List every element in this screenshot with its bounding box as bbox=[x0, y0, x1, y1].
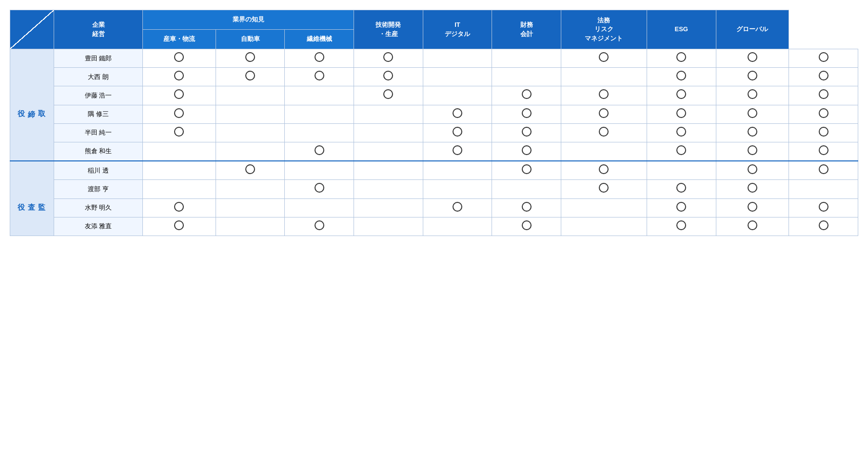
skills-matrix-table: 企業経営 業界の知見 技術開発・生産 ITデジタル 財務会計 法務リスクマネジメ… bbox=[10, 10, 858, 236]
skill-circle bbox=[819, 108, 829, 118]
skill-circle bbox=[676, 89, 686, 99]
skill-cell-0-3-0 bbox=[143, 105, 216, 123]
skill-cell-1-0-7 bbox=[647, 161, 716, 180]
skill-cell-0-2-3 bbox=[354, 86, 423, 105]
group-label-0: 取締役 bbox=[10, 49, 54, 161]
skill-circle bbox=[676, 183, 686, 193]
skill-circle bbox=[819, 127, 829, 137]
skill-cell-1-3-8 bbox=[716, 217, 789, 236]
skill-cell-0-4-3 bbox=[354, 123, 423, 142]
skill-cell-1-1-2 bbox=[285, 180, 354, 198]
skill-cell-1-0-3 bbox=[354, 161, 423, 180]
director-name: 半田 純一 bbox=[54, 123, 143, 142]
skill-cell-1-0-2 bbox=[285, 161, 354, 180]
skill-cell-1-1-7 bbox=[647, 180, 716, 198]
skill-cell-0-3-6 bbox=[561, 105, 647, 123]
skill-circle bbox=[599, 52, 609, 62]
skill-cell-0-0-0 bbox=[143, 49, 216, 68]
skill-cell-0-1-5 bbox=[492, 68, 561, 86]
header-sansha: 産車・物流 bbox=[143, 30, 216, 49]
skill-cell-0-4-9 bbox=[789, 123, 858, 142]
skill-circle bbox=[315, 145, 324, 155]
skill-cell-1-2-7 bbox=[647, 198, 716, 217]
skill-circle bbox=[522, 220, 532, 230]
skill-circle bbox=[676, 127, 686, 137]
skill-circle bbox=[245, 52, 255, 62]
director-name: 水野 明久 bbox=[54, 198, 143, 217]
skill-cell-0-5-5 bbox=[492, 142, 561, 161]
skill-cell-0-5-7 bbox=[647, 142, 716, 161]
director-name: 大西 朗 bbox=[54, 68, 143, 86]
skill-cell-0-2-5 bbox=[492, 86, 561, 105]
skill-circle bbox=[383, 52, 393, 62]
skill-cell-1-3-0 bbox=[143, 217, 216, 236]
skill-cell-0-4-7 bbox=[647, 123, 716, 142]
skill-cell-0-3-1 bbox=[216, 105, 285, 123]
skill-cell-0-0-9 bbox=[789, 49, 858, 68]
skill-cell-1-3-7 bbox=[647, 217, 716, 236]
group-label-1: 監査役 bbox=[10, 161, 54, 236]
skill-circle bbox=[315, 220, 324, 230]
skill-cell-1-2-2 bbox=[285, 198, 354, 217]
skill-cell-0-1-6 bbox=[561, 68, 647, 86]
skill-cell-1-3-9 bbox=[789, 217, 858, 236]
skill-cell-0-4-1 bbox=[216, 123, 285, 142]
skill-circle bbox=[676, 220, 686, 230]
director-name: 稲川 透 bbox=[54, 161, 143, 180]
skill-circle bbox=[819, 52, 829, 62]
skill-cell-0-0-7 bbox=[647, 49, 716, 68]
skill-circle bbox=[819, 202, 829, 212]
skill-cell-0-3-3 bbox=[354, 105, 423, 123]
skill-cell-1-0-5 bbox=[492, 161, 561, 180]
skill-circle bbox=[676, 145, 686, 155]
director-name: 伊藤 浩一 bbox=[54, 86, 143, 105]
director-name: 渡部 亨 bbox=[54, 180, 143, 198]
skill-circle bbox=[748, 183, 757, 193]
skill-circle bbox=[245, 164, 255, 174]
skill-circle bbox=[383, 89, 393, 99]
skill-circle bbox=[676, 52, 686, 62]
skill-circle bbox=[174, 71, 184, 80]
skill-cell-0-4-0 bbox=[143, 123, 216, 142]
skill-cell-1-1-6 bbox=[561, 180, 647, 198]
skill-circle bbox=[453, 108, 462, 118]
skill-cell-1-1-1 bbox=[216, 180, 285, 198]
skill-cell-0-3-2 bbox=[285, 105, 354, 123]
skill-cell-0-5-4 bbox=[423, 142, 492, 161]
skill-circle bbox=[819, 71, 829, 80]
skill-circle bbox=[174, 52, 184, 62]
skill-circle bbox=[599, 164, 609, 174]
skill-circle bbox=[819, 89, 829, 99]
skill-circle bbox=[174, 89, 184, 99]
skill-cell-0-4-2 bbox=[285, 123, 354, 142]
skill-circle bbox=[383, 71, 393, 80]
skill-cell-0-0-3 bbox=[354, 49, 423, 68]
skill-circle bbox=[748, 71, 757, 80]
skill-circle bbox=[315, 183, 324, 193]
skill-cell-0-4-4 bbox=[423, 123, 492, 142]
skill-circle bbox=[599, 108, 609, 118]
skill-circle bbox=[522, 89, 532, 99]
skill-circle bbox=[315, 71, 324, 80]
skill-cell-0-5-9 bbox=[789, 142, 858, 161]
skill-cell-1-2-6 bbox=[561, 198, 647, 217]
skill-cell-0-5-3 bbox=[354, 142, 423, 161]
skill-circle bbox=[522, 127, 532, 137]
skill-cell-1-0-1 bbox=[216, 161, 285, 180]
skill-circle bbox=[599, 89, 609, 99]
skill-circle bbox=[174, 220, 184, 230]
skill-cell-1-1-8 bbox=[716, 180, 789, 198]
skill-circle bbox=[748, 52, 757, 62]
skill-circle bbox=[453, 202, 462, 212]
skill-circle bbox=[748, 108, 757, 118]
skill-cell-0-3-7 bbox=[647, 105, 716, 123]
corner-cell bbox=[10, 10, 54, 49]
skill-cell-0-1-9 bbox=[789, 68, 858, 86]
skill-cell-0-3-4 bbox=[423, 105, 492, 123]
skill-cell-1-2-8 bbox=[716, 198, 789, 217]
skill-cell-1-2-3 bbox=[354, 198, 423, 217]
skill-circle bbox=[748, 220, 757, 230]
skill-cell-1-2-1 bbox=[216, 198, 285, 217]
skill-cell-0-5-8 bbox=[716, 142, 789, 161]
skill-cell-0-1-0 bbox=[143, 68, 216, 86]
